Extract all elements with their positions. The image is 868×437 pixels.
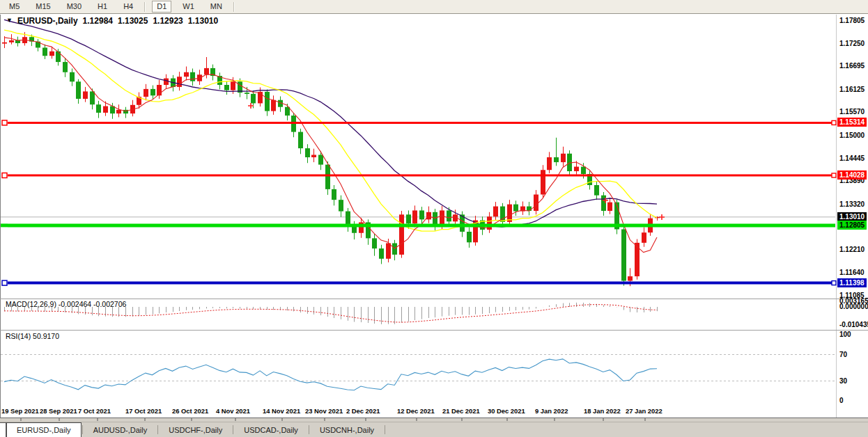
symbol-tab-usdcnh[interactable]: USDCNH-,Daily [310,422,384,437]
price-level-badge: 1.12805 [837,221,867,230]
line-handle[interactable] [2,280,7,285]
ohlc-low: 1.12923 [153,16,183,26]
date-axis-label: 18 Jan 2022 [584,407,621,415]
chart-title: ▼ EURUSD-,Daily 1.12984 1.13025 1.12923 … [6,16,218,26]
macd-axis-label: -0.010435 [839,321,868,328]
price-level-badge: 1.11398 [837,278,867,287]
date-axis-label: 4 Nov 2021 [216,407,250,415]
date-axis-label: 12 Dec 2021 [397,407,435,415]
rsi-axis-label: 0 [839,397,844,404]
line-handle-right[interactable] [832,173,836,177]
tab-scroll-stub[interactable] [0,422,6,437]
line-handle-right[interactable] [832,120,836,125]
price-axis-label: 1.17805 [839,17,865,24]
timeframe-button-w1[interactable]: W1 [178,1,199,13]
moving-average-line [4,30,657,231]
symbol-tab-audusd[interactable]: AUDUSD-,Daily [84,422,157,437]
date-axis-label: 17 Oct 2021 [125,407,162,415]
macd-indicator-label: MACD(12,26,9) -0.002464 -0.002706 [6,300,126,308]
ohlc-close: 1.13010 [188,16,218,26]
rsi-line [4,359,657,390]
price-level-badge: 1.13010 [837,212,867,221]
timeframe-button-mn[interactable]: MN [206,1,227,13]
price-axis-label: 1.13320 [839,200,865,208]
chart-symbol-period: EURUSD-,Daily [17,16,78,26]
symbol-tabbar: EURUSD-,DailyAUDUSD-,DailyUSDCHF-,DailyU… [0,422,868,437]
toolbar-separator [144,2,146,12]
toolbar-separator [233,2,235,12]
price-axis-label: 1.16695 [839,62,865,70]
line-handle[interactable] [2,120,7,125]
tab-separator [385,425,385,434]
tab-separator [309,425,309,434]
price-axis-label: 1.14445 [839,154,865,162]
timeframe-toolbar: M5M15M30H1H4D1W1MN [0,0,868,14]
price-level-badge: 1.15314 [837,118,867,127]
rsi-axis-label: 70 [839,351,847,358]
rsi-indicator-label: RSI(14) 50.9170 [6,332,59,340]
price-axis-label: 1.15000 [839,132,865,139]
price-axis-label: 1.16125 [839,86,865,93]
price-chart-canvas[interactable] [0,0,868,437]
line-handle[interactable] [2,173,7,178]
date-axis-label: 14 Nov 2021 [263,407,300,415]
date-axis-label: 23 Nov 2021 [305,407,343,415]
rsi-axis-label: 30 [839,377,847,385]
price-axis-label: 1.11640 [839,269,865,276]
tab-separator [233,425,233,434]
timeframe-button-m5[interactable]: M5 [4,1,24,13]
price-axis-label: 1.12210 [839,246,865,253]
ohlc-high: 1.13025 [118,16,148,26]
cross-marker [659,214,665,220]
date-axis-label: 28 Sep 2021 [40,407,77,415]
date-axis-label: 19 Sep 2021 [1,407,39,415]
date-axis-label: 7 Oct 2021 [78,407,111,415]
timeframe-button-h1[interactable]: H1 [93,1,112,13]
date-axis-label: 26 Oct 2021 [172,407,208,415]
symbol-tab-usdcad[interactable]: USDCAD-,Daily [234,422,308,437]
macd-axis-label: 0.000000 [839,303,868,310]
date-axis-label: 27 Jan 2022 [626,407,662,415]
timeframe-button-m15[interactable]: M15 [31,1,55,13]
timeframe-button-m30[interactable]: M30 [62,1,86,13]
date-axis-label: 30 Dec 2021 [488,407,525,415]
tab-separator [82,425,83,434]
symbol-tab-usdchf[interactable]: USDCHF-,Daily [159,422,232,437]
price-level-badge: 1.14028 [837,170,867,180]
timeframe-button-h4[interactable]: H4 [118,1,138,13]
price-axis-label: 1.17250 [839,40,865,47]
main-price-panel[interactable] [0,19,836,286]
cross-marker [248,103,254,109]
ohlc-open: 1.12984 [83,16,113,26]
object-dropdown-icon[interactable]: ▼ [6,17,13,24]
rsi-panel[interactable] [1,355,835,390]
moving-average-line [4,38,657,253]
candles-series [2,32,660,286]
price-axis-label: 1.15570 [839,108,865,116]
tab-separator [157,425,158,434]
line-handle-right[interactable] [832,281,836,285]
date-axis-label: 9 Jan 2022 [535,407,568,415]
timeframe-button-d1[interactable]: D1 [152,1,171,13]
rsi-axis-label: 100 [839,331,851,338]
date-axis-label: 2 Dec 2021 [346,407,380,415]
symbol-tab-eurusd[interactable]: EURUSD-,Daily [6,422,82,437]
date-axis-label: 21 Dec 2021 [442,407,480,415]
